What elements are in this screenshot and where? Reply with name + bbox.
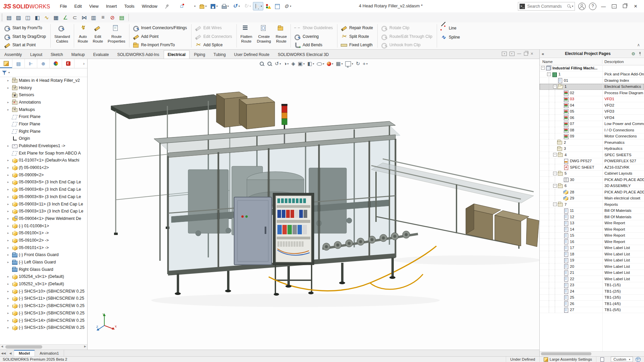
view-settings-button[interactable]: ▾	[344, 60, 354, 67]
collapse-toggle[interactable]: −	[553, 153, 557, 157]
project-page-row[interactable]: 17Wire Label List	[540, 245, 644, 251]
project-page-row[interactable]: 11Bill Of Materials	[540, 208, 644, 214]
route-harness-button[interactable]: ∿	[42, 13, 51, 22]
tree-item[interactable]: Floor Plane	[0, 120, 87, 128]
project-page-row[interactable]: 16Wire Report	[540, 239, 644, 245]
tab-electrical[interactable]: Electrical	[164, 50, 190, 59]
check-errors-button[interactable]	[264, 2, 272, 10]
previous-view-button[interactable]: ↺▾	[274, 60, 282, 67]
select-button[interactable]: ▾	[253, 2, 263, 10]
forbid-route-button[interactable]: ⊘	[108, 13, 117, 22]
project-page-row[interactable]: 25TB1-(3/5)	[540, 295, 644, 301]
section-view-button[interactable]: ◑▾	[282, 60, 289, 67]
add-splice-button[interactable]: ✂Add Splice	[193, 41, 235, 49]
terminal-strip-button[interactable]: ▥	[89, 13, 98, 22]
sketch-route-button[interactable]: ∠	[61, 13, 70, 22]
new-document-button[interactable]: ▾	[186, 2, 197, 10]
tab-tubing[interactable]: Tubing	[210, 50, 230, 59]
tab-solidworks-electrical-3d[interactable]: SOLIDWORKS Electrical 3D	[274, 50, 333, 59]
project-page-row[interactable]: 14Wire Report	[540, 226, 644, 233]
align-components-button[interactable]: ◧	[33, 13, 42, 22]
menu-insert[interactable]: Insert	[102, 2, 121, 10]
scrollbar-thumb[interactable]	[541, 352, 591, 355]
project-page-row[interactable]: 01Drawing Index	[540, 77, 644, 84]
repair-route-button[interactable]: Repair Route	[339, 23, 376, 32]
project-page-row[interactable]: 08I / O Connections	[540, 127, 644, 133]
project-page-row[interactable]: 27TB1-(5/5)	[540, 307, 644, 313]
viewport-minimize-icon[interactable]: —	[517, 51, 521, 56]
pin-menu-icon[interactable]	[164, 4, 170, 9]
tab-layout[interactable]: Layout	[26, 50, 46, 59]
menu-edit[interactable]: Edit	[71, 2, 86, 10]
electrical-manager-button[interactable]: ▤	[5, 13, 13, 22]
create-drawing-button[interactable]: Create Drawing	[255, 22, 273, 49]
start-by-drag-drop-button[interactable]: Start by Drag/Drop	[2, 32, 49, 41]
tree-item[interactable]: ▸AAnnotations	[0, 99, 87, 106]
undo-button[interactable]: ↺▾	[231, 2, 241, 10]
tab-evaluate[interactable]: Evaluate	[89, 50, 113, 59]
collapse-toggle[interactable]: −	[553, 85, 557, 88]
project-page-row[interactable]: 21Wire Label List	[540, 270, 644, 276]
tab-display-manager[interactable]	[50, 59, 62, 68]
project-page-row[interactable]: 26TB1-(4/5)	[540, 301, 644, 307]
tree-item[interactable]: Right Plane	[0, 128, 87, 135]
project-page-row[interactable]: 18Wire Label List	[540, 251, 644, 257]
tree-filter-bar[interactable]: ▾	[0, 68, 87, 77]
options-button[interactable]: ⚙▾	[282, 2, 292, 10]
edit-appearance-button[interactable]: ▾	[326, 61, 334, 67]
tree-item[interactable]: ▸05-09003<9> (3 Inch End Cap Le	[0, 193, 87, 200]
collapse-toggle[interactable]: −	[541, 66, 545, 70]
open-document-button[interactable]: ▾	[198, 2, 208, 10]
tree-item[interactable]: Origin	[0, 135, 87, 142]
hide-show-items-button[interactable]: ▾	[316, 61, 325, 67]
search-icon[interactable]	[567, 4, 571, 8]
project-page-row[interactable]: 02Process Flow Diagram	[540, 90, 644, 96]
tree-item[interactable]: ▸05-09003<11> (3 Inch End Cap Le	[0, 200, 87, 208]
project-page-row[interactable]: 23TB1-(1/5)	[540, 282, 644, 289]
tree-item[interactable]: ▸(-) 01-01008<1>	[0, 222, 87, 230]
graphics-viewport[interactable]: ↺▾◑▾◈▣▾◧▾▾▾▦▾▾↻+▾	[88, 59, 539, 350]
tab-assembly[interactable]: Assembly	[0, 50, 26, 59]
dock-left-icon[interactable]: ◂	[502, 52, 507, 56]
auto-route-button[interactable]: ↯Auto Route	[75, 22, 91, 49]
project-page-row[interactable]: 12Bill Of Materials	[540, 214, 644, 220]
tree-horizontal-scrollbar[interactable]: ◀ ▶	[0, 344, 87, 350]
covering-button[interactable]: Covering	[292, 32, 336, 41]
route-properties-button[interactable]: Route Properties	[105, 22, 127, 49]
tab-sketch[interactable]: Sketch	[47, 50, 67, 59]
project-page-row[interactable]: −1Electrical Schematics	[540, 84, 644, 90]
zoom-area-button[interactable]	[266, 61, 273, 67]
project-page-row[interactable]: 06VFD4	[540, 115, 644, 121]
scrollbar-thumb[interactable]	[5, 345, 42, 349]
spline-button[interactable]: ∿Spline	[438, 33, 463, 42]
tree-item[interactable]: Front Plane	[0, 113, 87, 120]
insert-component-button[interactable]: ◫	[23, 13, 32, 22]
design-binder-button[interactable]	[273, 2, 281, 10]
column-name[interactable]: Name	[540, 60, 602, 64]
toolbar-grip[interactable]	[1, 14, 3, 21]
insert-connectors-fittings-button[interactable]: Insert Connectors/Fittings	[131, 23, 190, 32]
tab-animation1[interactable]: Animation1	[35, 350, 64, 356]
tab-overflow-button[interactable]: ›	[80, 59, 87, 68]
panel-settings-icon[interactable]: ⚙	[631, 51, 635, 56]
tree-item[interactable]: ▸(-) SHCS<13> (SBHCSCREW 0.25	[0, 309, 87, 317]
restore-button[interactable]	[621, 3, 629, 10]
home-button[interactable]: ⌂	[177, 2, 186, 10]
project-page-row[interactable]: −5Cabinet Layouts	[540, 171, 644, 177]
dynamic-annotation-views-button[interactable]: ◈	[290, 60, 297, 67]
project-page-row[interactable]: 03VFD1	[540, 96, 644, 103]
tree-item[interactable]: ◉Sensors	[0, 91, 87, 99]
tree-item[interactable]: ▸(-) SHCS<10> (SBHCSCREW 0.25	[0, 288, 87, 295]
project-page-row[interactable]: SPEC SHEETAZ16-03ZVRK	[540, 164, 644, 171]
column-description[interactable]: Description	[602, 60, 644, 64]
tree-item[interactable]: ▸⊂Mates in 4 Head Rotary Filler_v2	[0, 77, 87, 84]
menu-window[interactable]: Window	[138, 2, 161, 10]
fixed-length-button[interactable]: Fixed Length	[339, 41, 376, 49]
edit-sheet-format-button[interactable]	[596, 357, 608, 362]
wire-table-button[interactable]: ▦	[52, 13, 60, 22]
tab-model[interactable]: Model	[14, 350, 35, 356]
user-account-button[interactable]	[578, 3, 586, 10]
tab-piping[interactable]: Piping	[190, 50, 209, 59]
line-button[interactable]: Line	[438, 23, 463, 33]
tree-item[interactable]: ▸(-) SHCS<12> (SBHCSCREW 0.25	[0, 302, 87, 309]
